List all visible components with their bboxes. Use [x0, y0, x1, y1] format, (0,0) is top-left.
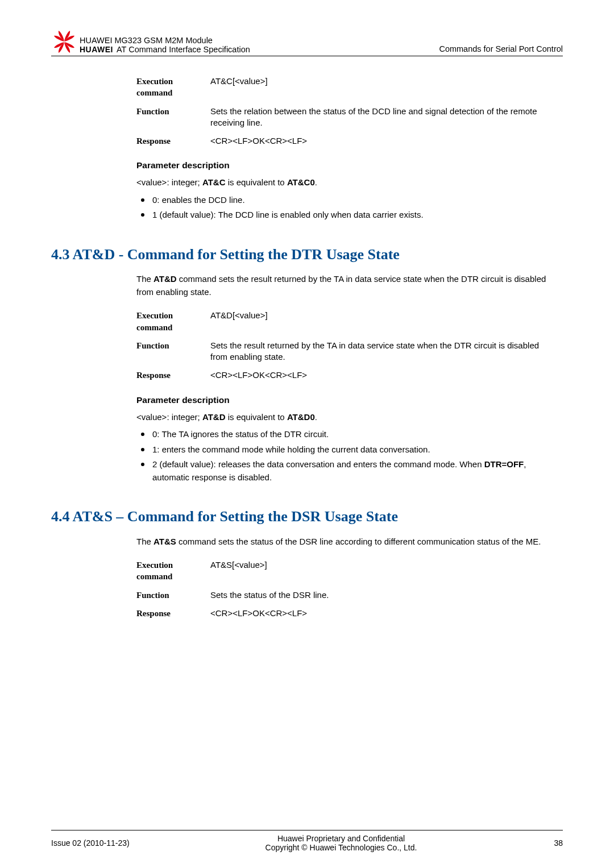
text: <value>: integer;	[136, 177, 202, 187]
row-label: Function	[136, 337, 210, 367]
row-value: <CR><LF>OK<CR><LF>	[210, 132, 557, 150]
section-intro: The AT&D command sets the result returne…	[136, 273, 557, 298]
table-row: Execution command AT&D[<value>]	[136, 306, 557, 337]
table-row: Execution command AT&S[<value>]	[136, 556, 557, 586]
text: <value>: integer;	[136, 412, 202, 422]
doc-title-line1: HUAWEI MG323 GSM M2M Module	[80, 36, 250, 45]
row-value: AT&D[<value>]	[210, 306, 557, 337]
param-intro: <value>: integer; AT&C is equivalent to …	[136, 176, 557, 189]
text: command sets the result returned by the …	[136, 274, 546, 297]
block-atd: The AT&D command sets the result returne…	[136, 273, 557, 484]
row-value: Sets the relation between the status of …	[210, 102, 557, 132]
footer-center: Huawei Proprietary and Confidential Copy…	[142, 834, 540, 852]
bullet-list: 0: The TA ignores the status of the DTR …	[136, 428, 557, 484]
text-bold: AT&D0	[287, 412, 315, 422]
text: The	[136, 274, 154, 284]
row-label: Execution command	[136, 556, 210, 586]
param-intro: <value>: integer; AT&D is equivalent to …	[136, 411, 557, 424]
text: is equivalent to	[225, 412, 287, 422]
param-heading: Parameter description	[136, 160, 557, 171]
footer-page-number: 38	[540, 838, 563, 848]
table-row: Function Sets the status of the DSR line…	[136, 586, 557, 604]
text-bold: AT&C	[202, 177, 226, 187]
param-heading: Parameter description	[136, 395, 557, 405]
row-label: Execution command	[136, 72, 210, 102]
row-label: Response	[136, 604, 210, 622]
row-label: Execution command	[136, 306, 210, 337]
footer-line1: Huawei Proprietary and Confidential	[142, 834, 540, 843]
brand-stack: HUAWEI MG323 GSM M2M Module HUAWEI AT Co…	[80, 36, 250, 55]
row-value: AT&C[<value>]	[210, 72, 557, 102]
doc-title-line2: AT Command Interface Specification	[117, 45, 250, 55]
row-label: Function	[136, 586, 210, 604]
brand-name: HUAWEI	[80, 45, 113, 54]
row-label: Function	[136, 102, 210, 132]
list-item: 1 (default value): The DCD line is enabl…	[136, 209, 557, 222]
row-value: Sets the status of the DSR line.	[210, 586, 557, 604]
block-atc: Execution command AT&C[<value>] Function…	[136, 72, 557, 222]
definition-table-ats: Execution command AT&S[<value>] Function…	[136, 556, 557, 622]
row-value: <CR><LF>OK<CR><LF>	[210, 366, 557, 384]
definition-table-atc: Execution command AT&C[<value>] Function…	[136, 72, 557, 150]
bullet-list: 0: enables the DCD line. 1 (default valu…	[136, 194, 557, 222]
text-bold: AT&S	[154, 537, 176, 546]
table-row: Response <CR><LF>OK<CR><LF>	[136, 366, 557, 384]
section-heading-4-3: 4.3 AT&D - Command for Setting the DTR U…	[51, 246, 563, 264]
footer-line2: Copyright © Huawei Technologies Co., Ltd…	[142, 843, 540, 852]
definition-table-atd: Execution command AT&D[<value>] Function…	[136, 306, 557, 384]
footer-issue: Issue 02 (2010-11-23)	[51, 838, 142, 848]
text: .	[315, 177, 317, 187]
table-row: Execution command AT&C[<value>]	[136, 72, 557, 102]
row-value: AT&S[<value>]	[210, 556, 557, 586]
text: command sets the status of the DSR line …	[176, 537, 541, 546]
list-item: 0: The TA ignores the status of the DTR …	[136, 428, 557, 441]
list-item: 0: enables the DCD line.	[136, 194, 557, 207]
table-row: Response <CR><LF>OK<CR><LF>	[136, 132, 557, 150]
text-bold: DTR=OFF	[484, 459, 524, 469]
huawei-logo-icon	[51, 28, 77, 55]
table-row: Function Sets the result returned by the…	[136, 337, 557, 367]
page-footer: Issue 02 (2010-11-23) Huawei Proprietary…	[51, 830, 563, 852]
row-label: Response	[136, 366, 210, 384]
text-bold: AT&C0	[287, 177, 315, 187]
text-bold: AT&D	[202, 412, 226, 422]
header-left: HUAWEI MG323 GSM M2M Module HUAWEI AT Co…	[51, 28, 250, 55]
row-value: <CR><LF>OK<CR><LF>	[210, 604, 557, 622]
page-header: HUAWEI MG323 GSM M2M Module HUAWEI AT Co…	[51, 28, 563, 56]
section-intro: The AT&S command sets the status of the …	[136, 535, 557, 549]
block-ats: The AT&S command sets the status of the …	[136, 535, 557, 623]
header-section-label: Commands for Serial Port Control	[439, 44, 563, 55]
text: is equivalent to	[225, 177, 287, 187]
text: The	[136, 537, 154, 546]
text: 2 (default value): releases the data con…	[152, 459, 484, 469]
list-item: 1: enters the command mode while holding…	[136, 443, 557, 456]
table-row: Response <CR><LF>OK<CR><LF>	[136, 604, 557, 622]
row-label: Response	[136, 132, 210, 150]
row-value: Sets the result returned by the TA in da…	[210, 337, 557, 367]
text-bold: AT&D	[154, 274, 177, 284]
text: .	[315, 412, 317, 422]
table-row: Function Sets the relation between the s…	[136, 102, 557, 132]
list-item: 2 (default value): releases the data con…	[136, 458, 557, 484]
section-heading-4-4: 4.4 AT&S – Command for Setting the DSR U…	[51, 508, 563, 526]
